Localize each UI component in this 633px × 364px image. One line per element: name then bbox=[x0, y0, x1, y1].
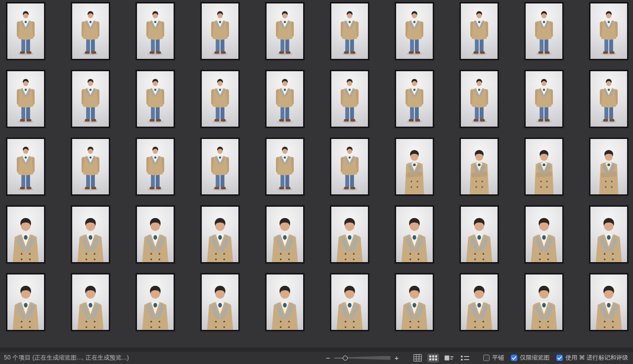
item-count-status: 50 个项目 (正在生成缩览图..., 正在生成预览...) bbox=[4, 354, 129, 362]
photo-thumbnail[interactable] bbox=[71, 2, 110, 60]
photo-thumbnail[interactable] bbox=[6, 70, 45, 128]
photo-thumbnail[interactable] bbox=[395, 205, 434, 264]
view-mode-group bbox=[411, 353, 471, 363]
photo-thumbnail[interactable] bbox=[136, 70, 175, 128]
checkbox-box bbox=[483, 355, 490, 361]
grid-lines-view-button[interactable] bbox=[411, 353, 424, 363]
photo-thumbnail[interactable] bbox=[6, 2, 45, 60]
photo-image bbox=[202, 274, 238, 330]
photo-image bbox=[526, 71, 562, 127]
photo-image bbox=[137, 139, 174, 194]
photo-image bbox=[137, 71, 174, 127]
contact-sheet bbox=[0, 0, 633, 348]
photo-thumbnail[interactable] bbox=[395, 70, 434, 128]
photo-thumbnail[interactable] bbox=[330, 273, 369, 331]
photo-image bbox=[72, 71, 109, 127]
checkbox-box bbox=[511, 355, 517, 361]
photo-thumbnail[interactable] bbox=[200, 2, 240, 60]
check-icon bbox=[512, 356, 516, 360]
photo-thumbnail[interactable] bbox=[71, 273, 110, 331]
photo-thumbnail[interactable] bbox=[71, 137, 110, 196]
photo-image bbox=[72, 207, 109, 262]
photo-thumbnail[interactable] bbox=[459, 137, 499, 196]
photo-thumbnail[interactable] bbox=[330, 137, 369, 196]
photo-thumbnail[interactable] bbox=[71, 205, 110, 264]
photo-thumbnail[interactable] bbox=[265, 137, 305, 196]
slider-wedge bbox=[346, 356, 391, 360]
thumbnail-details-icon bbox=[445, 355, 453, 361]
zoom-in-button[interactable]: + bbox=[395, 354, 399, 362]
photo-thumbnail[interactable] bbox=[589, 205, 629, 264]
photo-thumbnail[interactable] bbox=[200, 137, 240, 196]
photo-thumbnail[interactable] bbox=[459, 2, 499, 60]
photo-image bbox=[590, 274, 627, 330]
thumbnail-grid-icon bbox=[429, 355, 437, 361]
zoom-out-button[interactable]: − bbox=[326, 354, 330, 362]
photo-thumbnail[interactable] bbox=[589, 70, 629, 128]
photo-image bbox=[461, 207, 497, 262]
photo-image bbox=[7, 274, 44, 330]
photo-image bbox=[461, 139, 497, 194]
photo-thumbnail[interactable] bbox=[589, 137, 629, 196]
tile-checkbox[interactable]: 平铺 bbox=[483, 354, 504, 362]
photo-thumbnail[interactable] bbox=[395, 137, 434, 196]
photo-thumbnail[interactable] bbox=[200, 70, 240, 128]
photo-image bbox=[331, 71, 368, 127]
photo-image bbox=[590, 207, 627, 262]
photo-image bbox=[590, 71, 627, 127]
photo-thumbnail[interactable] bbox=[265, 2, 305, 60]
photo-thumbnail[interactable] bbox=[330, 2, 369, 60]
photo-thumbnail[interactable] bbox=[6, 205, 45, 264]
photo-thumbnail[interactable] bbox=[524, 273, 564, 331]
thumbnail-size-control: − + bbox=[326, 354, 399, 362]
photo-image bbox=[267, 274, 303, 330]
photo-thumbnail[interactable] bbox=[136, 137, 175, 196]
photo-thumbnail[interactable] bbox=[330, 205, 369, 264]
list-view-button[interactable] bbox=[459, 354, 471, 363]
thumbnails-only-checkbox-label: 仅限缩览图 bbox=[520, 354, 549, 362]
photo-thumbnail[interactable] bbox=[265, 273, 305, 331]
photo-thumbnail[interactable] bbox=[265, 70, 305, 128]
photo-thumbnail[interactable] bbox=[589, 273, 629, 331]
photo-image bbox=[7, 71, 44, 127]
check-icon bbox=[557, 356, 562, 360]
checkbox-box bbox=[556, 355, 563, 361]
photo-thumbnail[interactable] bbox=[524, 70, 564, 128]
photo-image bbox=[526, 3, 562, 59]
photo-thumbnail[interactable] bbox=[459, 70, 499, 128]
thumbnails-only-checkbox[interactable]: 仅限缩览图 bbox=[511, 354, 549, 362]
photo-thumbnail[interactable] bbox=[200, 205, 240, 264]
photo-thumbnail[interactable] bbox=[459, 205, 499, 264]
photo-thumbnail[interactable] bbox=[71, 70, 110, 128]
photo-thumbnail[interactable] bbox=[589, 2, 629, 60]
photo-image bbox=[267, 139, 303, 194]
photo-thumbnail[interactable] bbox=[136, 273, 175, 331]
photo-thumbnail[interactable] bbox=[136, 205, 175, 264]
thumbnail-grid-view-button[interactable] bbox=[427, 354, 439, 363]
photo-image bbox=[396, 71, 433, 127]
photo-thumbnail[interactable] bbox=[6, 273, 45, 331]
thumbnail-size-slider[interactable] bbox=[334, 354, 391, 362]
cmd-mark-rate-checkbox[interactable]: 使用 ⌘ 进行标记和评级 bbox=[556, 354, 628, 362]
photo-thumbnail[interactable] bbox=[524, 2, 564, 60]
photo-thumbnail[interactable] bbox=[524, 205, 564, 264]
thumbnail-details-view-button[interactable] bbox=[443, 354, 455, 363]
photo-thumbnail[interactable] bbox=[330, 70, 369, 128]
photo-image bbox=[461, 274, 497, 330]
zoom-slider-knob[interactable] bbox=[343, 356, 348, 361]
photo-thumbnail[interactable] bbox=[459, 273, 499, 331]
photo-image bbox=[137, 207, 174, 262]
photo-thumbnail[interactable] bbox=[265, 205, 305, 264]
photo-thumbnail[interactable] bbox=[136, 2, 175, 60]
photo-thumbnail[interactable] bbox=[6, 137, 45, 196]
photo-thumbnail[interactable] bbox=[395, 273, 434, 331]
photo-image bbox=[590, 3, 627, 59]
photo-thumbnail[interactable] bbox=[200, 273, 240, 331]
photo-image bbox=[137, 274, 174, 330]
photo-image bbox=[202, 139, 238, 194]
photo-image bbox=[72, 3, 109, 59]
photo-thumbnail[interactable] bbox=[395, 2, 434, 60]
photo-image bbox=[202, 207, 238, 262]
photo-image bbox=[461, 71, 497, 127]
photo-thumbnail[interactable] bbox=[524, 137, 564, 196]
